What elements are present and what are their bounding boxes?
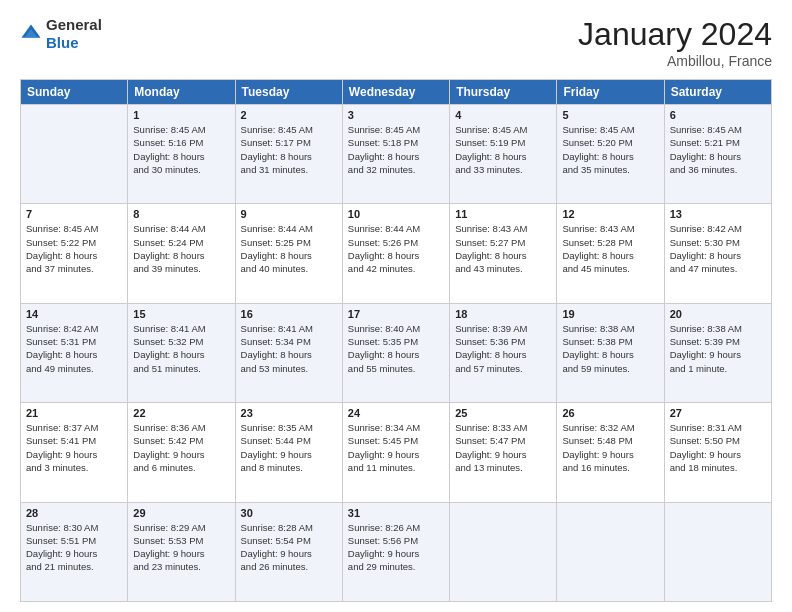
day-number: 10 bbox=[348, 208, 444, 220]
day-number: 28 bbox=[26, 507, 122, 519]
day-info: Sunrise: 8:36 AM Sunset: 5:42 PM Dayligh… bbox=[133, 421, 229, 474]
day-info: Sunrise: 8:32 AM Sunset: 5:48 PM Dayligh… bbox=[562, 421, 658, 474]
calendar-cell: 8Sunrise: 8:44 AM Sunset: 5:24 PM Daylig… bbox=[128, 204, 235, 303]
day-info: Sunrise: 8:39 AM Sunset: 5:36 PM Dayligh… bbox=[455, 322, 551, 375]
day-number: 30 bbox=[241, 507, 337, 519]
logo-blue: Blue bbox=[46, 34, 79, 51]
column-header-saturday: Saturday bbox=[664, 80, 771, 105]
day-number: 9 bbox=[241, 208, 337, 220]
calendar-cell: 23Sunrise: 8:35 AM Sunset: 5:44 PM Dayli… bbox=[235, 403, 342, 502]
day-number: 17 bbox=[348, 308, 444, 320]
week-row-5: 28Sunrise: 8:30 AM Sunset: 5:51 PM Dayli… bbox=[21, 502, 772, 601]
day-info: Sunrise: 8:45 AM Sunset: 5:19 PM Dayligh… bbox=[455, 123, 551, 176]
calendar-cell: 28Sunrise: 8:30 AM Sunset: 5:51 PM Dayli… bbox=[21, 502, 128, 601]
calendar-table: SundayMondayTuesdayWednesdayThursdayFrid… bbox=[20, 79, 772, 602]
day-number: 6 bbox=[670, 109, 766, 121]
day-number: 15 bbox=[133, 308, 229, 320]
calendar-cell: 14Sunrise: 8:42 AM Sunset: 5:31 PM Dayli… bbox=[21, 303, 128, 402]
day-info: Sunrise: 8:41 AM Sunset: 5:32 PM Dayligh… bbox=[133, 322, 229, 375]
title-block: January 2024 Ambillou, France bbox=[578, 16, 772, 69]
day-number: 29 bbox=[133, 507, 229, 519]
column-header-row: SundayMondayTuesdayWednesdayThursdayFrid… bbox=[21, 80, 772, 105]
calendar-cell: 5Sunrise: 8:45 AM Sunset: 5:20 PM Daylig… bbox=[557, 105, 664, 204]
day-info: Sunrise: 8:43 AM Sunset: 5:27 PM Dayligh… bbox=[455, 222, 551, 275]
day-info: Sunrise: 8:44 AM Sunset: 5:24 PM Dayligh… bbox=[133, 222, 229, 275]
calendar-cell: 2Sunrise: 8:45 AM Sunset: 5:17 PM Daylig… bbox=[235, 105, 342, 204]
day-number: 20 bbox=[670, 308, 766, 320]
column-header-monday: Monday bbox=[128, 80, 235, 105]
day-info: Sunrise: 8:43 AM Sunset: 5:28 PM Dayligh… bbox=[562, 222, 658, 275]
day-number: 8 bbox=[133, 208, 229, 220]
calendar-cell: 18Sunrise: 8:39 AM Sunset: 5:36 PM Dayli… bbox=[450, 303, 557, 402]
calendar-cell: 21Sunrise: 8:37 AM Sunset: 5:41 PM Dayli… bbox=[21, 403, 128, 502]
column-header-friday: Friday bbox=[557, 80, 664, 105]
day-number: 25 bbox=[455, 407, 551, 419]
day-number: 24 bbox=[348, 407, 444, 419]
calendar-cell: 9Sunrise: 8:44 AM Sunset: 5:25 PM Daylig… bbox=[235, 204, 342, 303]
day-number: 7 bbox=[26, 208, 122, 220]
calendar-title: January 2024 bbox=[578, 16, 772, 53]
day-info: Sunrise: 8:34 AM Sunset: 5:45 PM Dayligh… bbox=[348, 421, 444, 474]
day-info: Sunrise: 8:45 AM Sunset: 5:22 PM Dayligh… bbox=[26, 222, 122, 275]
day-number: 12 bbox=[562, 208, 658, 220]
day-info: Sunrise: 8:42 AM Sunset: 5:31 PM Dayligh… bbox=[26, 322, 122, 375]
day-number: 1 bbox=[133, 109, 229, 121]
calendar-cell bbox=[21, 105, 128, 204]
day-number: 22 bbox=[133, 407, 229, 419]
calendar-cell: 15Sunrise: 8:41 AM Sunset: 5:32 PM Dayli… bbox=[128, 303, 235, 402]
day-number: 26 bbox=[562, 407, 658, 419]
day-info: Sunrise: 8:33 AM Sunset: 5:47 PM Dayligh… bbox=[455, 421, 551, 474]
week-row-2: 7Sunrise: 8:45 AM Sunset: 5:22 PM Daylig… bbox=[21, 204, 772, 303]
day-info: Sunrise: 8:42 AM Sunset: 5:30 PM Dayligh… bbox=[670, 222, 766, 275]
day-info: Sunrise: 8:28 AM Sunset: 5:54 PM Dayligh… bbox=[241, 521, 337, 574]
column-header-tuesday: Tuesday bbox=[235, 80, 342, 105]
day-number: 5 bbox=[562, 109, 658, 121]
day-number: 2 bbox=[241, 109, 337, 121]
calendar-page: General Blue January 2024 Ambillou, Fran… bbox=[0, 0, 792, 612]
column-header-thursday: Thursday bbox=[450, 80, 557, 105]
day-info: Sunrise: 8:45 AM Sunset: 5:17 PM Dayligh… bbox=[241, 123, 337, 176]
calendar-cell: 19Sunrise: 8:38 AM Sunset: 5:38 PM Dayli… bbox=[557, 303, 664, 402]
day-info: Sunrise: 8:45 AM Sunset: 5:16 PM Dayligh… bbox=[133, 123, 229, 176]
calendar-cell: 20Sunrise: 8:38 AM Sunset: 5:39 PM Dayli… bbox=[664, 303, 771, 402]
column-header-sunday: Sunday bbox=[21, 80, 128, 105]
day-info: Sunrise: 8:45 AM Sunset: 5:21 PM Dayligh… bbox=[670, 123, 766, 176]
day-info: Sunrise: 8:45 AM Sunset: 5:18 PM Dayligh… bbox=[348, 123, 444, 176]
calendar-cell bbox=[664, 502, 771, 601]
day-number: 31 bbox=[348, 507, 444, 519]
day-number: 14 bbox=[26, 308, 122, 320]
day-info: Sunrise: 8:45 AM Sunset: 5:20 PM Dayligh… bbox=[562, 123, 658, 176]
calendar-cell: 22Sunrise: 8:36 AM Sunset: 5:42 PM Dayli… bbox=[128, 403, 235, 502]
day-info: Sunrise: 8:38 AM Sunset: 5:38 PM Dayligh… bbox=[562, 322, 658, 375]
calendar-cell: 31Sunrise: 8:26 AM Sunset: 5:56 PM Dayli… bbox=[342, 502, 449, 601]
calendar-cell: 4Sunrise: 8:45 AM Sunset: 5:19 PM Daylig… bbox=[450, 105, 557, 204]
calendar-cell: 30Sunrise: 8:28 AM Sunset: 5:54 PM Dayli… bbox=[235, 502, 342, 601]
calendar-cell: 1Sunrise: 8:45 AM Sunset: 5:16 PM Daylig… bbox=[128, 105, 235, 204]
header: General Blue January 2024 Ambillou, Fran… bbox=[20, 16, 772, 69]
calendar-cell: 25Sunrise: 8:33 AM Sunset: 5:47 PM Dayli… bbox=[450, 403, 557, 502]
calendar-cell: 29Sunrise: 8:29 AM Sunset: 5:53 PM Dayli… bbox=[128, 502, 235, 601]
calendar-cell: 12Sunrise: 8:43 AM Sunset: 5:28 PM Dayli… bbox=[557, 204, 664, 303]
calendar-cell: 24Sunrise: 8:34 AM Sunset: 5:45 PM Dayli… bbox=[342, 403, 449, 502]
day-number: 21 bbox=[26, 407, 122, 419]
day-info: Sunrise: 8:44 AM Sunset: 5:25 PM Dayligh… bbox=[241, 222, 337, 275]
calendar-cell bbox=[450, 502, 557, 601]
week-row-1: 1Sunrise: 8:45 AM Sunset: 5:16 PM Daylig… bbox=[21, 105, 772, 204]
week-row-3: 14Sunrise: 8:42 AM Sunset: 5:31 PM Dayli… bbox=[21, 303, 772, 402]
day-info: Sunrise: 8:29 AM Sunset: 5:53 PM Dayligh… bbox=[133, 521, 229, 574]
calendar-cell: 13Sunrise: 8:42 AM Sunset: 5:30 PM Dayli… bbox=[664, 204, 771, 303]
calendar-cell: 16Sunrise: 8:41 AM Sunset: 5:34 PM Dayli… bbox=[235, 303, 342, 402]
day-info: Sunrise: 8:44 AM Sunset: 5:26 PM Dayligh… bbox=[348, 222, 444, 275]
day-number: 13 bbox=[670, 208, 766, 220]
calendar-cell: 10Sunrise: 8:44 AM Sunset: 5:26 PM Dayli… bbox=[342, 204, 449, 303]
day-info: Sunrise: 8:40 AM Sunset: 5:35 PM Dayligh… bbox=[348, 322, 444, 375]
calendar-cell bbox=[557, 502, 664, 601]
day-info: Sunrise: 8:41 AM Sunset: 5:34 PM Dayligh… bbox=[241, 322, 337, 375]
calendar-cell: 3Sunrise: 8:45 AM Sunset: 5:18 PM Daylig… bbox=[342, 105, 449, 204]
calendar-cell: 27Sunrise: 8:31 AM Sunset: 5:50 PM Dayli… bbox=[664, 403, 771, 502]
calendar-cell: 6Sunrise: 8:45 AM Sunset: 5:21 PM Daylig… bbox=[664, 105, 771, 204]
column-header-wednesday: Wednesday bbox=[342, 80, 449, 105]
day-number: 16 bbox=[241, 308, 337, 320]
day-info: Sunrise: 8:30 AM Sunset: 5:51 PM Dayligh… bbox=[26, 521, 122, 574]
logo-general: General bbox=[46, 16, 102, 33]
